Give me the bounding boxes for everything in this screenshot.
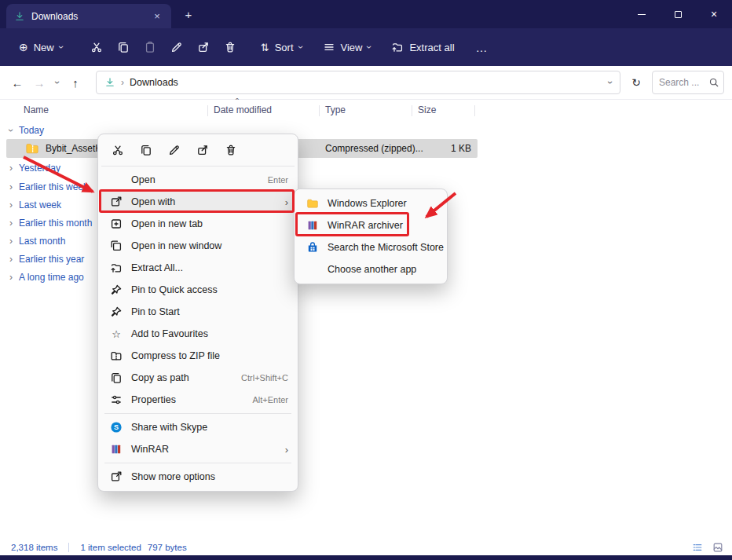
minimize-button[interactable] — [624, 0, 660, 28]
more-options-button[interactable]: … — [469, 35, 496, 60]
menu-item-extract-all[interactable]: Extract All... — [101, 257, 295, 279]
submenu-item-search-microsoft-store[interactable]: Search the Microsoft Store — [298, 236, 444, 258]
context-menu: Open Enter Open with › Open in new tab O… — [97, 134, 298, 492]
group-label: Earlier this week — [19, 181, 88, 192]
pin-icon — [109, 284, 123, 296]
view-lines-icon — [323, 41, 335, 53]
maximize-button[interactable] — [660, 0, 696, 28]
up-button[interactable]: ↑ — [64, 71, 86, 93]
menu-label: Properties — [131, 394, 244, 405]
menu-item-open[interactable]: Open Enter — [101, 169, 295, 191]
group-label: Today — [19, 125, 44, 136]
status-selected: 1 item selected — [80, 543, 141, 552]
chevron-down-icon: › — [53, 81, 62, 84]
menu-item-add-to-favourites[interactable]: ☆ Add to Favourites — [101, 323, 295, 345]
address-dropdown-icon[interactable]: › — [606, 81, 615, 84]
chevron-right-icon: › — [9, 200, 13, 210]
maximize-icon — [675, 11, 682, 18]
ellipsis-icon: … — [476, 42, 489, 53]
breadcrumb[interactable]: Downloads — [130, 77, 178, 88]
copy-icon — [117, 41, 130, 53]
microsoft-store-icon — [306, 241, 320, 254]
menu-item-open-with[interactable]: Open with › — [101, 191, 295, 213]
menu-label: Open in new tab — [131, 218, 288, 229]
column-divider — [319, 105, 320, 116]
extract-icon — [109, 262, 123, 274]
submenu-chevron-icon: › — [285, 196, 288, 208]
menu-item-pin-to-quick-access[interactable]: Pin to Quick access — [101, 279, 295, 301]
new-tab-icon — [109, 218, 123, 230]
menu-label: Pin to Start — [131, 306, 288, 317]
rename-button[interactable] — [163, 35, 190, 60]
large-icons-view-toggle[interactable] — [710, 540, 726, 554]
group-row-last-week[interactable]: › Last week — [9, 199, 61, 211]
trash-icon — [224, 41, 236, 53]
column-header-date-modified[interactable]: Date modified — [214, 104, 272, 115]
group-row-earlier-this-year[interactable]: › Earlier this year — [9, 253, 84, 265]
menu-label: Open — [131, 174, 260, 185]
group-row-earlier-this-week[interactable]: › Earlier this week — [9, 181, 88, 193]
menu-item-properties[interactable]: Properties Alt+Enter — [101, 389, 295, 411]
column-headers: ˆ Name Date modified Type Size — [0, 101, 732, 119]
menu-item-show-more-options[interactable]: Show more options — [101, 466, 295, 488]
group-row-last-month[interactable]: › Last month — [9, 235, 65, 247]
paste-button[interactable] — [137, 35, 163, 60]
submenu-item-choose-another-app[interactable]: Choose another app — [298, 258, 444, 280]
close-icon: × — [711, 8, 717, 20]
close-button[interactable]: × — [696, 0, 732, 28]
forward-button[interactable]: → — [28, 71, 50, 93]
context-menu-icon-row — [101, 137, 295, 167]
details-view-toggle[interactable] — [690, 540, 705, 554]
open-with-submenu: Windows Explorer WinRAR archiver Search … — [294, 188, 448, 284]
menu-item-winrar[interactable]: WinRAR › — [101, 438, 295, 460]
column-header-name[interactable]: Name — [24, 104, 49, 115]
menu-item-share-with-skype[interactable]: Share with Skype — [101, 416, 295, 438]
menu-item-compress-to-zip[interactable]: Compress to ZIP file — [101, 345, 295, 367]
rename-icon — [170, 41, 183, 53]
group-row-yesterday[interactable]: › Yesterday — [9, 162, 60, 174]
tab-close-icon[interactable]: × — [151, 10, 163, 22]
plus-circle-icon: ⊕ — [19, 42, 28, 53]
cut-button[interactable] — [83, 35, 110, 60]
extract-all-button[interactable]: Extract all — [383, 35, 462, 59]
delete-button[interactable] — [219, 139, 243, 161]
delete-button[interactable] — [217, 35, 243, 60]
copy-button[interactable] — [110, 35, 137, 60]
new-button[interactable]: ⊕ New › — [11, 36, 71, 59]
back-button[interactable]: ← — [6, 71, 28, 93]
winrar-icon — [109, 443, 123, 456]
column-header-size[interactable]: Size — [418, 104, 436, 115]
new-tab-button[interactable]: + — [181, 6, 196, 22]
group-row-a-long-time-ago[interactable]: › A long time ago — [9, 271, 84, 284]
group-row-today[interactable]: › Today — [9, 124, 44, 137]
menu-item-copy-as-path[interactable]: Copy as path Ctrl+Shift+C — [101, 367, 295, 389]
share-button[interactable] — [190, 35, 217, 60]
menu-item-open-in-new-tab[interactable]: Open in new tab — [101, 213, 295, 235]
zip-file-icon — [25, 141, 39, 156]
scissors-icon — [90, 41, 103, 53]
submenu-item-windows-explorer[interactable]: Windows Explorer — [298, 192, 444, 214]
submenu-item-winrar-archiver[interactable]: WinRAR archiver — [298, 214, 444, 236]
menu-item-open-in-new-window[interactable]: Open in new window — [101, 235, 295, 257]
sort-button[interactable]: ⇅ Sort › — [253, 36, 310, 59]
group-row-earlier-this-month[interactable]: › Earlier this month — [9, 217, 92, 229]
menu-item-pin-to-start[interactable]: Pin to Start — [101, 301, 295, 323]
rename-button[interactable] — [163, 139, 186, 161]
column-header-type[interactable]: Type — [325, 104, 346, 115]
submenu-chevron-icon: › — [285, 444, 288, 456]
navigation-bar: ← → › ↑ › Downloads › ↻ — [0, 66, 732, 100]
status-total-items: 2,318 items — [11, 543, 57, 552]
copy-button[interactable] — [134, 139, 158, 161]
address-bar[interactable]: › Downloads › — [96, 71, 620, 94]
refresh-button[interactable]: ↻ — [625, 71, 647, 93]
status-bar: 2,318 items 1 item selected 797 bytes — [0, 539, 732, 555]
share-icon — [197, 41, 210, 53]
menu-label: Open with — [131, 196, 277, 207]
column-divider — [474, 105, 475, 116]
history-dropdown-button[interactable]: › — [50, 71, 64, 93]
view-button[interactable]: View › — [315, 35, 379, 59]
share-button[interactable] — [191, 139, 214, 161]
zip-folder-icon — [109, 350, 123, 362]
cut-button[interactable] — [106, 139, 130, 161]
explorer-tab-downloads[interactable]: Downloads × — [6, 4, 171, 28]
